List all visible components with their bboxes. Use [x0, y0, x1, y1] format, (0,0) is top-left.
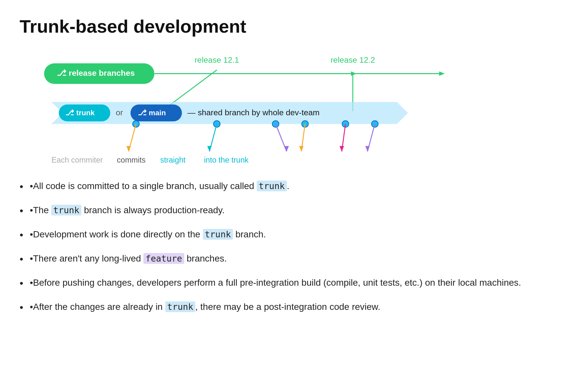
list-item: • After the changes are already in trunk…: [20, 300, 568, 315]
bullet-marker: •: [30, 203, 33, 217]
svg-text:⎇ release branches: ⎇ release branches: [57, 69, 135, 77]
svg-text:⎇ main: ⎇ main: [138, 109, 166, 117]
code-trunk-1: trunk: [257, 181, 287, 191]
svg-text:into the trunk: into the trunk: [204, 156, 249, 164]
bullet-marker: •: [30, 300, 33, 314]
svg-marker-27: [207, 146, 212, 152]
code-trunk-4: trunk: [165, 301, 195, 312]
bullet-list: • All code is committed to a single bran…: [20, 179, 568, 315]
bullet-marker: •: [30, 252, 33, 265]
svg-marker-33: [340, 146, 344, 152]
svg-marker-31: [299, 146, 304, 152]
list-item: • Before pushing changes, developers per…: [20, 276, 568, 291]
list-item-text: Before pushing changes, developers perfo…: [33, 276, 568, 290]
code-trunk-2: trunk: [51, 205, 81, 215]
list-item-text: There aren't any long-lived feature bran…: [33, 252, 568, 265]
list-item: • All code is committed to a single bran…: [20, 179, 568, 194]
list-item-text: The trunk branch is always production-re…: [33, 203, 568, 217]
svg-text:or: or: [116, 108, 123, 117]
bullet-marker: •: [30, 179, 33, 193]
svg-text:— shared branch by whole dev-t: — shared branch by whole dev-team: [188, 108, 319, 117]
list-item-text: After the changes are already in trunk, …: [33, 300, 568, 314]
svg-text:release 12.2: release 12.2: [331, 56, 375, 64]
list-item-text: Development work is done directly on the…: [33, 228, 568, 241]
code-trunk-3: trunk: [203, 229, 233, 240]
list-item: • There aren't any long-lived feature br…: [20, 252, 568, 267]
svg-text:straight: straight: [160, 156, 186, 164]
list-item-text: All code is committed to a single branch…: [33, 179, 568, 193]
diagram-container: ⎇ release branches release 12.1 release …: [20, 49, 568, 166]
svg-text:Each commiter: Each commiter: [52, 156, 103, 164]
svg-text:commits: commits: [117, 156, 146, 164]
bullet-marker: •: [30, 276, 33, 290]
page-title: Trunk-based development: [20, 16, 568, 37]
code-feature: feature: [143, 253, 184, 264]
bullet-marker: •: [30, 228, 33, 241]
svg-marker-35: [365, 146, 370, 152]
list-item: • Development work is done directly on t…: [20, 228, 568, 243]
svg-text:release 12.1: release 12.1: [195, 56, 239, 64]
diagram-svg: ⎇ release branches release 12.1 release …: [20, 49, 568, 166]
list-item: • The trunk branch is always production-…: [20, 203, 568, 218]
svg-marker-10: [439, 72, 445, 76]
svg-marker-25: [126, 146, 131, 152]
svg-text:⎇ trunk: ⎇ trunk: [65, 109, 95, 117]
